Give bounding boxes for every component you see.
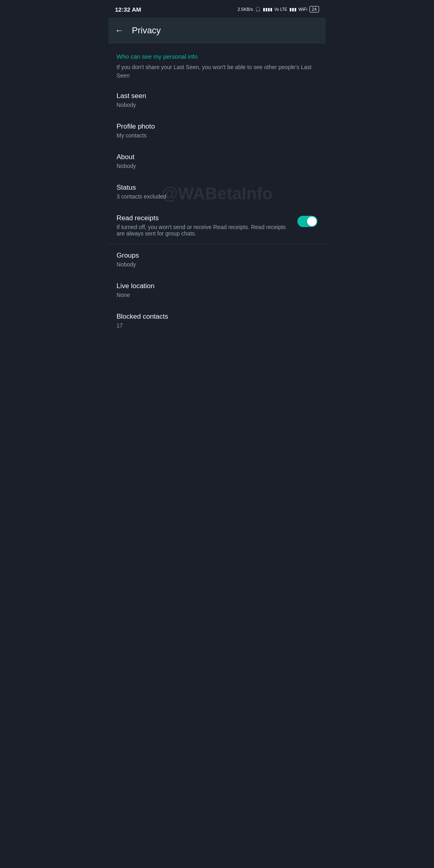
blocked-contacts-value: 17 (117, 322, 317, 329)
section-header: Who can see my personal info If you don'… (108, 43, 326, 85)
groups-item[interactable]: Groups Nobody (108, 244, 326, 275)
status-value: 3 contacts excluded (117, 193, 317, 200)
blocked-contacts-item[interactable]: Blocked contacts 17 (108, 305, 326, 336)
section-title: Who can see my personal info (117, 53, 317, 60)
read-receipts-text: Read receipts If turned off, you won't s… (117, 214, 297, 237)
page-title: Privacy (132, 25, 161, 36)
status-icons: 2.5KB/s 🎧 ▮▮▮▮ Vo LTE ▮▮▮ WiFi 24 (237, 6, 319, 12)
header: ← Privacy (108, 18, 326, 43)
profile-photo-item[interactable]: Profile photo My contacts (108, 115, 326, 146)
toggle-container (297, 214, 317, 227)
read-receipts-desc: If turned off, you won't send or receive… (117, 224, 291, 237)
profile-photo-value: My contacts (117, 132, 317, 139)
last-seen-value: Nobody (117, 102, 317, 108)
headphone-icon: 🎧 (255, 7, 261, 12)
groups-title: Groups (117, 252, 317, 260)
battery-icon: 24 (309, 6, 319, 12)
read-receipts-toggle[interactable] (297, 216, 317, 227)
last-seen-title: Last seen (117, 92, 317, 100)
wifi-icon: WiFi (299, 7, 307, 12)
toggle-knob (307, 217, 317, 226)
lte-icon: Vo LTE (274, 7, 287, 12)
status-time: 12:32 AM (115, 6, 141, 13)
last-seen-item[interactable]: Last seen Nobody (108, 85, 326, 115)
status-bar: 12:32 AM 2.5KB/s 🎧 ▮▮▮▮ Vo LTE ▮▮▮ WiFi … (108, 0, 326, 18)
content: Who can see my personal info If you don'… (108, 43, 326, 336)
live-location-title: Live location (117, 282, 317, 290)
about-item[interactable]: About Nobody (108, 146, 326, 176)
groups-value: Nobody (117, 261, 317, 268)
status-title: Status (117, 184, 317, 192)
about-value: Nobody (117, 163, 317, 169)
live-location-item[interactable]: Live location None (108, 275, 326, 305)
data-speed: 2.5KB/s (237, 7, 253, 12)
read-receipts-item[interactable]: Read receipts If turned off, you won't s… (108, 207, 326, 244)
read-receipts-title: Read receipts (117, 214, 291, 222)
back-button[interactable]: ← (115, 25, 124, 36)
section-description: If you don't share your Last Seen, you w… (117, 63, 317, 80)
live-location-value: None (117, 292, 317, 298)
signal-icon: ▮▮▮▮ (263, 7, 272, 12)
about-title: About (117, 153, 317, 161)
blocked-contacts-title: Blocked contacts (117, 313, 317, 321)
signal2-icon: ▮▮▮ (289, 7, 297, 12)
status-item[interactable]: Status 3 contacts excluded (108, 176, 326, 207)
profile-photo-title: Profile photo (117, 123, 317, 131)
